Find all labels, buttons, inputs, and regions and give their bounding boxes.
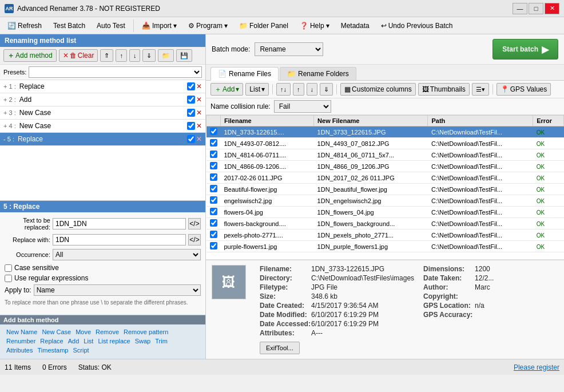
method-checkbox[interactable] bbox=[187, 135, 195, 143]
save-button[interactable]: 💾 bbox=[176, 49, 192, 62]
thumbnails-button[interactable]: 🖼 Thumbnails bbox=[418, 83, 470, 96]
add-method-link-replace[interactable]: Replace bbox=[38, 337, 65, 345]
table-row[interactable]: flowers-background.... 1DN_flowers_backg… bbox=[206, 218, 564, 229]
row-checkbox[interactable] bbox=[210, 208, 217, 215]
row-checkbox[interactable] bbox=[210, 196, 217, 204]
add-method-link-add[interactable]: Add bbox=[66, 337, 81, 345]
move-down-button[interactable]: ↓ bbox=[129, 49, 141, 62]
auto-test-button[interactable]: Auto Test bbox=[92, 19, 130, 33]
method-label: Replace bbox=[19, 82, 185, 90]
code-btn-1[interactable]: </> bbox=[188, 218, 201, 229]
apply-to-select[interactable]: Name Extension Name and Extension bbox=[34, 284, 201, 296]
list-view-button[interactable]: List ▾ bbox=[245, 83, 269, 96]
method-delete-icon[interactable]: ✕ bbox=[196, 135, 202, 143]
add-method-button[interactable]: ＋ Add method bbox=[3, 49, 57, 62]
presets-select[interactable] bbox=[29, 66, 202, 78]
start-batch-button[interactable]: Start batch ▶ bbox=[492, 39, 558, 60]
sort-az-button[interactable]: ↑↓ bbox=[276, 83, 291, 96]
test-batch-button[interactable]: Test Batch bbox=[48, 19, 90, 33]
add-file-button[interactable]: ＋ Add ▾ bbox=[210, 83, 243, 96]
help-button[interactable]: ❓ Help ▾ bbox=[295, 19, 335, 33]
batch-mode-select[interactable]: Rename Copy Move bbox=[255, 42, 323, 56]
row-checkbox[interactable] bbox=[210, 139, 217, 146]
undo-button[interactable]: ↩ Undo Previous Batch bbox=[376, 19, 458, 33]
table-row[interactable]: pexels-photo-2771.... 1DN_pexels_photo_2… bbox=[206, 229, 564, 241]
sort-down-button[interactable]: ↓ bbox=[307, 83, 318, 96]
sort-up-button[interactable]: ↑ bbox=[293, 83, 304, 96]
folder-panel-button[interactable]: 📁 Folder Panel bbox=[234, 19, 293, 33]
case-sensitive-checkbox[interactable] bbox=[5, 264, 12, 272]
refresh-button[interactable]: 🔄 Refresh bbox=[2, 19, 47, 33]
table-row[interactable]: purple-flowers1.jpg 1DN_purple_flowers1.… bbox=[206, 241, 564, 252]
method-item-3[interactable]: + 3 : New Case ✕ bbox=[0, 106, 205, 120]
add-method-link-attributes[interactable]: Attributes bbox=[5, 346, 34, 354]
method-checkbox[interactable] bbox=[187, 96, 195, 104]
row-checkbox[interactable] bbox=[210, 242, 217, 250]
method-item-5[interactable]: - 5 : Replace ✕ bbox=[0, 133, 205, 146]
add-method-link-list[interactable]: List bbox=[82, 337, 95, 345]
add-method-link-timestamp[interactable]: Timestamp bbox=[35, 346, 70, 354]
row-checkbox[interactable] bbox=[210, 162, 217, 169]
table-row[interactable]: 1DN_4866-09-1206.... 1DN_4866_09_1206.JP… bbox=[206, 161, 564, 172]
method-checkbox[interactable] bbox=[187, 109, 195, 117]
add-method-link-swap[interactable]: Swap bbox=[133, 337, 153, 345]
add-method-link-list-replace[interactable]: List replace bbox=[96, 337, 132, 345]
add-method-link-remove[interactable]: Remove bbox=[94, 328, 121, 336]
customize-columns-button[interactable]: ▦ Customize columns bbox=[340, 83, 416, 96]
add-method-link-move[interactable]: Move bbox=[74, 328, 93, 336]
move-up-button[interactable]: ↑ bbox=[116, 49, 127, 62]
table-row[interactable]: 2017-02-26 011.JPG 1DN_2017_02_26 011.JP… bbox=[206, 172, 564, 184]
move-top-button[interactable]: ⇑ bbox=[100, 49, 113, 62]
close-button[interactable]: ✕ bbox=[545, 3, 559, 14]
method-checkbox[interactable] bbox=[187, 122, 195, 130]
row-checkbox[interactable] bbox=[210, 128, 217, 135]
add-method-link-new-name[interactable]: New Name bbox=[5, 328, 39, 336]
regex-checkbox[interactable] bbox=[5, 275, 12, 282]
method-item-2[interactable]: + 2 : Add ✕ bbox=[0, 93, 205, 106]
program-button[interactable]: ⚙ Program ▾ bbox=[183, 19, 233, 33]
code-btn-2[interactable]: </> bbox=[188, 234, 201, 246]
add-method-link-remove-pattern[interactable]: Remove pattern bbox=[122, 328, 170, 336]
minimize-button[interactable]: — bbox=[513, 3, 527, 14]
table-row[interactable]: 1DN_4814-06-0711.... 1DN_4814_06_0711_5x… bbox=[206, 149, 564, 161]
import-button[interactable]: 📥 Import ▾ bbox=[137, 19, 182, 33]
row-checkbox[interactable] bbox=[210, 151, 217, 158]
folder-button[interactable]: 📁 bbox=[158, 49, 174, 62]
exif-tool-button[interactable]: ExifTool... bbox=[260, 342, 300, 354]
clear-button[interactable]: ✕ 🗑 Clear bbox=[59, 49, 98, 62]
method-delete-icon[interactable]: ✕ bbox=[196, 109, 202, 117]
add-method-link-new-case[interactable]: New Case bbox=[40, 328, 73, 336]
row-checkbox[interactable] bbox=[210, 231, 217, 238]
maximize-button[interactable]: □ bbox=[529, 3, 543, 14]
collision-select[interactable]: Fail Skip Overwrite bbox=[274, 100, 331, 113]
method-item-4[interactable]: + 4 : New Case ✕ bbox=[0, 120, 205, 133]
register-link[interactable]: Please register bbox=[514, 363, 559, 371]
method-delete-icon[interactable]: ✕ bbox=[196, 96, 202, 104]
file-tab-rename-files[interactable]: 📄Rename Files bbox=[210, 67, 279, 81]
add-method-link-script[interactable]: Script bbox=[71, 346, 90, 354]
table-row[interactable]: 1DN_3733-122615.... 1DN_3733_122615.JPG … bbox=[206, 126, 564, 138]
row-checkbox[interactable] bbox=[210, 219, 217, 227]
add-method-link-renumber[interactable]: Renumber bbox=[5, 337, 37, 345]
sort-bottom-button[interactable]: ⇓ bbox=[320, 83, 333, 96]
table-row[interactable]: Beautiful-flower.jpg 1DN_beautiful_flowe… bbox=[206, 184, 564, 195]
file-table-container[interactable]: Filename New Filename Path Error 1DN_373… bbox=[206, 115, 564, 260]
method-delete-icon[interactable]: ✕ bbox=[196, 122, 202, 130]
add-method-link-trim[interactable]: Trim bbox=[153, 337, 169, 345]
table-row[interactable]: engelswisch2.jpg 1DN_engelswisch2.jpg C:… bbox=[206, 195, 564, 207]
move-bottom-button[interactable]: ⇓ bbox=[142, 49, 156, 62]
metadata-button[interactable]: Metadata bbox=[336, 19, 375, 33]
method-item-1[interactable]: + 1 : Replace ✕ bbox=[0, 80, 205, 93]
method-checkbox[interactable] bbox=[187, 82, 195, 90]
options-button[interactable]: ☰▾ bbox=[472, 83, 489, 96]
row-checkbox[interactable] bbox=[210, 185, 217, 192]
table-row[interactable]: flowers-04.jpg 1DN_flowers_04.jpg C:\Net… bbox=[206, 207, 564, 218]
table-row[interactable]: 1DN_4493-07-0812.... 1DN_4493_07_0812.JP… bbox=[206, 138, 564, 149]
gps-values-button[interactable]: 📍 GPS Values bbox=[497, 83, 551, 96]
row-checkbox[interactable] bbox=[210, 173, 217, 181]
method-delete-icon[interactable]: ✕ bbox=[196, 82, 202, 90]
replace-with-input[interactable] bbox=[53, 234, 186, 246]
file-tab-rename-folders[interactable]: 📁Rename Folders bbox=[280, 67, 356, 80]
occurrence-select[interactable]: All First Last bbox=[53, 249, 201, 260]
text-to-replace-input[interactable] bbox=[53, 218, 186, 229]
